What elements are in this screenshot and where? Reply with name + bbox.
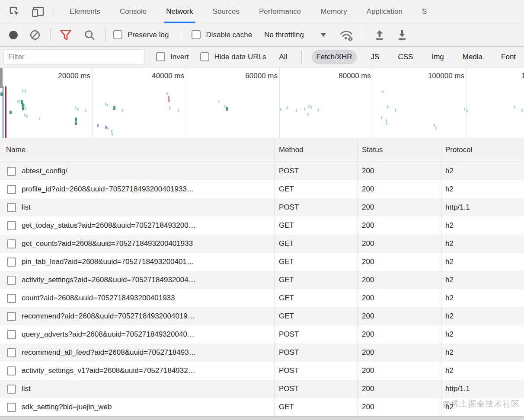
- watermark: @稀土掘金技术社区: [442, 398, 520, 410]
- table-row[interactable]: count?aid=2608&uuid=7052718493200401933G…: [0, 289, 524, 307]
- method-cell: GET: [275, 185, 358, 194]
- request-name: profile_id?aid=2608&uuid=705271849320040…: [22, 185, 194, 194]
- row-checkbox[interactable]: [7, 294, 16, 303]
- row-checkbox[interactable]: [7, 203, 16, 212]
- tab-performance[interactable]: Performance: [259, 0, 301, 23]
- disable-cache-checkbox[interactable]: [192, 30, 201, 39]
- column-header-protocol[interactable]: Protocol: [441, 146, 524, 154]
- table-row[interactable]: recommend_all_feed?aid=2608&uuid=7052718…: [0, 344, 524, 362]
- export-har-button[interactable]: [396, 26, 408, 44]
- table-row[interactable]: profile_id?aid=2608&uuid=705271849320040…: [0, 180, 524, 198]
- column-header-status[interactable]: Status: [358, 146, 441, 154]
- table-row[interactable]: listPOST200http/1.1: [0, 198, 524, 216]
- column-divider: [275, 138, 275, 416]
- table-row[interactable]: activity_settings_v1?aid=2608&uuid=70527…: [0, 362, 524, 380]
- tab-sources[interactable]: Sources: [213, 0, 240, 23]
- request-mark: [466, 109, 468, 112]
- row-checkbox[interactable]: [7, 221, 16, 230]
- table-row[interactable]: activity_settings?aid=2608&uuid=70527184…: [0, 271, 524, 289]
- tab-application[interactable]: Application: [367, 0, 403, 23]
- request-mark: [107, 104, 108, 107]
- row-checkbox[interactable]: [7, 366, 16, 375]
- search-button[interactable]: [83, 26, 96, 44]
- row-checkbox[interactable]: [7, 167, 16, 176]
- filter-type-css[interactable]: CSS: [393, 50, 417, 64]
- tab-console[interactable]: Console: [120, 0, 147, 23]
- filter-type-font[interactable]: Font: [497, 50, 520, 64]
- filter-type-media[interactable]: Media: [458, 50, 487, 64]
- request-mark: [435, 127, 437, 130]
- table-row[interactable]: pin_tab_lead?aid=2608&uuid=7052718493200…: [0, 253, 524, 271]
- request-mark: [226, 107, 228, 111]
- overview-left-handle[interactable]: [0, 68, 3, 88]
- filter-input[interactable]: [3, 49, 145, 65]
- row-checkbox[interactable]: [7, 348, 16, 357]
- row-checkbox[interactable]: [7, 385, 16, 394]
- tab-elements[interactable]: Elements: [70, 0, 100, 23]
- row-checkbox[interactable]: [7, 239, 16, 248]
- request-mark: [105, 126, 107, 129]
- request-mark: [39, 117, 40, 120]
- table-row[interactable]: recommend?aid=2608&uuid=7052718493200401…: [0, 307, 524, 325]
- filter-type-js[interactable]: JS: [367, 50, 384, 64]
- tab-memory[interactable]: Memory: [320, 0, 347, 23]
- row-checkbox[interactable]: [7, 403, 16, 412]
- timeline-overview[interactable]: 20000 ms40000 ms60000 ms80000 ms100000 m…: [0, 67, 524, 138]
- request-mark: [386, 119, 387, 122]
- row-checkbox[interactable]: [7, 185, 16, 194]
- timeline-tick-label: 60000 ms: [208, 72, 278, 80]
- inspect-element-button[interactable]: [6, 3, 23, 20]
- row-checkbox[interactable]: [7, 258, 16, 267]
- filter-type-fetch-xhr[interactable]: Fetch/XHR: [312, 50, 356, 64]
- method-cell: GET: [275, 258, 358, 266]
- method-cell: POST: [275, 330, 358, 339]
- request-name: abtest_config/: [22, 167, 67, 175]
- row-checkbox[interactable]: [7, 330, 16, 339]
- status-cell: 200: [358, 185, 441, 194]
- table-row[interactable]: query_adverts?aid=2608&uuid=705271849320…: [0, 325, 524, 344]
- toggle-device-toolbar-button[interactable]: [29, 3, 48, 20]
- toolbar-divider: [50, 29, 51, 41]
- name-cell: query_adverts?aid=2608&uuid=705271849320…: [0, 330, 275, 339]
- row-checkbox[interactable]: [7, 276, 16, 285]
- preserve-log-checkbox[interactable]: [113, 30, 122, 39]
- record-network-log-button[interactable]: [9, 31, 18, 39]
- request-name: list: [22, 203, 31, 212]
- method-cell: POST: [275, 348, 358, 357]
- tabbar-divider: [54, 5, 54, 18]
- request-mark: [382, 90, 383, 93]
- row-checkbox[interactable]: [7, 312, 16, 321]
- table-row[interactable]: abtest_config/POST200h2: [0, 162, 524, 180]
- request-mark: [10, 111, 12, 114]
- request-name: activity_settings_v1?aid=2608&uuid=70527…: [22, 366, 195, 375]
- name-cell: list: [0, 203, 275, 212]
- inspect-cursor-icon: [8, 5, 21, 18]
- download-icon: [396, 29, 408, 41]
- import-har-button[interactable]: [374, 26, 386, 44]
- filter-type-img[interactable]: Img: [427, 50, 448, 64]
- throttling-dropdown[interactable]: No throttling: [264, 31, 326, 39]
- network-conditions-button[interactable]: [339, 26, 354, 44]
- name-cell: activity_settings_v1?aid=2608&uuid=70527…: [0, 366, 275, 375]
- column-header-name[interactable]: Name: [0, 146, 275, 154]
- tab-s[interactable]: S: [422, 0, 427, 23]
- column-header-method[interactable]: Method: [275, 146, 358, 154]
- request-mark: [22, 107, 24, 110]
- domcontentloaded-event-line: [3, 86, 3, 138]
- toolbar-divider: [105, 29, 105, 41]
- tab-network[interactable]: Network: [166, 0, 193, 23]
- request-mark: [224, 105, 226, 108]
- method-cell: POST: [275, 203, 358, 212]
- status-cell: 200: [358, 294, 441, 302]
- hide-data-urls-checkbox[interactable]: [200, 52, 209, 61]
- column-divider: [441, 138, 441, 416]
- filter-type-all[interactable]: All: [275, 50, 292, 64]
- table-row[interactable]: listPOST200http/1.1: [0, 380, 524, 398]
- table-row[interactable]: get_today_status?aid=2608&uuid=705271849…: [0, 216, 524, 235]
- filter-button[interactable]: [59, 26, 72, 44]
- invert-checkbox[interactable]: [156, 52, 165, 61]
- request-mark: [318, 108, 319, 111]
- request-mark: [75, 106, 77, 109]
- clear-network-log-button[interactable]: [29, 26, 41, 44]
- table-row[interactable]: get_counts?aid=2608&uuid=705271849320040…: [0, 235, 524, 253]
